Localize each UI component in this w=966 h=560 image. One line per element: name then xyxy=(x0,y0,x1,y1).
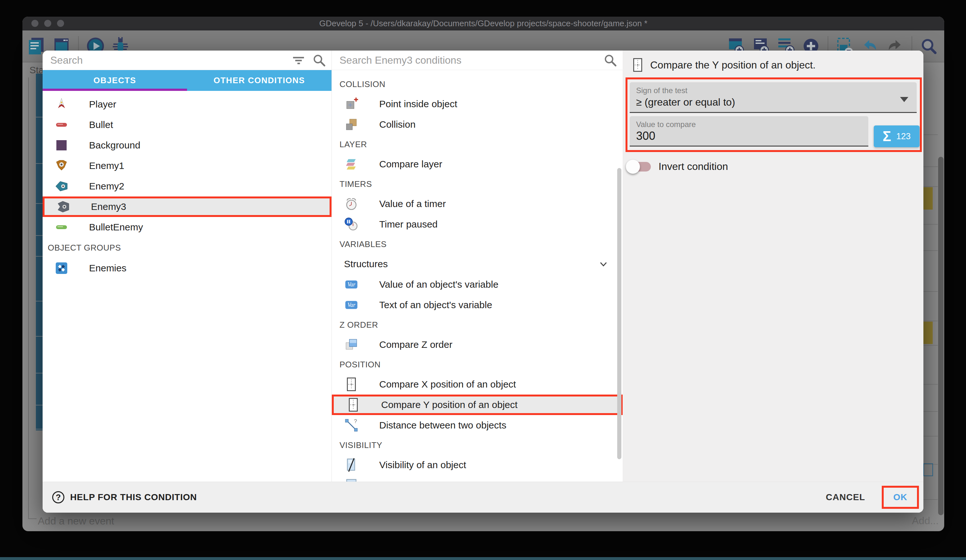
events-conditions-column xyxy=(36,74,43,431)
objects-search-row xyxy=(43,51,332,70)
accordion-label: Structures xyxy=(344,259,388,269)
invert-condition-label: Invert condition xyxy=(659,159,728,174)
condition-section-header: VARIABLES xyxy=(332,234,623,254)
conditions-search-input[interactable] xyxy=(332,51,602,70)
object-label: Enemy2 xyxy=(89,181,124,192)
dialog-footer: ? HELP FOR THIS CONDITION CANCEL OK xyxy=(43,481,923,513)
event-row-divider xyxy=(923,499,938,500)
invert-condition-toggle[interactable] xyxy=(630,162,651,172)
collision-icon xyxy=(344,117,359,132)
condition-item-point-inside-object[interactable]: Point inside object xyxy=(332,94,623,114)
object-row-bullet[interactable]: Bullet xyxy=(43,115,332,135)
condition-item-value-of-a-timer[interactable]: Value of a timer xyxy=(332,193,623,214)
condition-item-compare-z-order[interactable]: Compare Z order xyxy=(332,334,623,355)
enemy2-ship-icon xyxy=(54,179,69,193)
condition-item-clipped[interactable] xyxy=(332,475,623,481)
events-tree-line-foot xyxy=(28,518,36,519)
object-row-enemy1[interactable]: Enemy1 xyxy=(43,156,332,176)
object-row-player[interactable]: Player xyxy=(43,94,332,115)
condition-item-timer-paused[interactable]: Timer paused xyxy=(332,214,623,234)
timer-paused-icon xyxy=(344,217,359,232)
enemy3-ship-icon xyxy=(56,200,71,214)
tutorial-highlight-ok: OK xyxy=(882,486,919,509)
objects-panel: OBJECTS OTHER CONDITIONS PlayerBulletBac… xyxy=(43,51,332,481)
bullet-green-icon xyxy=(54,220,69,234)
event-row-divider xyxy=(36,301,43,301)
events-tree-line xyxy=(28,77,29,519)
object-group-icon xyxy=(54,261,69,275)
object-row-background[interactable]: Background xyxy=(43,135,332,156)
condition-item-value-of-an-object-s-variable[interactable]: VarValue of an object's variable xyxy=(332,274,623,295)
sigma-icon: Σ xyxy=(883,129,891,143)
sign-of-test-select[interactable]: Sign of the test ≥ (greater or equal to) xyxy=(630,82,917,113)
condition-label: Compare layer xyxy=(379,159,442,170)
expression-button-label: 123 xyxy=(896,131,910,141)
condition-label: Value of an object's variable xyxy=(379,279,498,290)
condition-label: Timer paused xyxy=(379,219,437,230)
object-label: BulletEnemy xyxy=(89,222,143,233)
event-row-divider xyxy=(923,291,938,292)
object-label: Player xyxy=(89,99,116,110)
condition-item-compare-layer[interactable]: Compare layer xyxy=(332,154,623,174)
svg-text:Var: Var xyxy=(348,302,355,308)
help-button[interactable]: ? HELP FOR THIS CONDITION xyxy=(52,491,197,503)
condition-item-collision[interactable]: Collision xyxy=(332,114,623,135)
group-row-enemies[interactable]: Enemies xyxy=(43,258,332,278)
expression-editor-button[interactable]: Σ 123 xyxy=(874,125,920,147)
tab-objects[interactable]: OBJECTS xyxy=(43,70,187,91)
layers-icon xyxy=(344,157,359,172)
event-row-divider xyxy=(36,117,43,118)
events-scrollbar[interactable] xyxy=(938,157,944,515)
condition-section-header: COLLISION xyxy=(332,75,623,94)
player-ship-icon xyxy=(54,97,69,111)
desktop-bottom-strip xyxy=(0,557,966,560)
filter-icon[interactable] xyxy=(291,52,307,68)
tab-other-conditions[interactable]: OTHER CONDITIONS xyxy=(187,70,332,91)
invert-condition-row: Invert condition xyxy=(623,159,923,174)
object-row-enemy2[interactable]: Enemy2 xyxy=(43,176,332,196)
tabs: OBJECTS OTHER CONDITIONS xyxy=(43,70,332,91)
condition-label: Text of an object's variable xyxy=(379,300,492,310)
value-to-compare-field[interactable]: Value to compare 300 xyxy=(630,116,868,147)
event-row-divider xyxy=(923,436,938,437)
point-inside-icon xyxy=(344,97,359,111)
titlebar: GDevelop 5 - /Users/dkarakay/Documents/G… xyxy=(22,16,944,30)
conditions-scrollbar[interactable] xyxy=(617,168,621,459)
bullet-red-icon xyxy=(54,118,69,132)
help-icon: ? xyxy=(52,491,64,503)
cancel-button[interactable]: CANCEL xyxy=(826,492,865,503)
condition-label: Compare Z order xyxy=(379,339,452,350)
object-row-bulletenemy[interactable]: BulletEnemy xyxy=(43,217,332,237)
condition-item-distance-between-two-objects[interactable]: ?Distance between two objects xyxy=(332,415,623,436)
event-row-divider xyxy=(923,345,938,345)
value-to-compare-value: 300 xyxy=(636,129,656,143)
desktop: GDevelop 5 - /Users/dkarakay/Documents/G… xyxy=(0,0,966,560)
event-row-divider xyxy=(923,186,938,187)
condition-section-header: Z ORDER xyxy=(332,315,623,334)
condition-label: Value of a timer xyxy=(379,198,446,209)
condition-label: Distance between two objects xyxy=(379,420,506,431)
object-groups-header: OBJECT GROUPS xyxy=(43,237,332,258)
search-icon[interactable] xyxy=(602,52,618,68)
condition-label: Compare X position of an object xyxy=(379,379,516,390)
condition-item-compare-x-position-of-an-object[interactable]: Compare X position of an object xyxy=(332,374,623,395)
event-row-divider xyxy=(923,134,938,135)
add-event-label: Add a new event xyxy=(38,515,114,527)
search-icon[interactable] xyxy=(311,52,327,68)
condition-label: Visibility of an object xyxy=(379,460,466,470)
object-row-enemy3[interactable]: Enemy3 xyxy=(43,196,332,217)
ok-button[interactable]: OK xyxy=(893,492,907,503)
condition-editor-dialog: OBJECTS OTHER CONDITIONS PlayerBulletBac… xyxy=(43,51,923,513)
condition-item-text-of-an-object-s-variable[interactable]: VarText of an object's variable xyxy=(332,295,623,315)
object-label: Background xyxy=(89,140,140,151)
window-title: GDevelop 5 - /Users/dkarakay/Documents/G… xyxy=(22,18,944,28)
condition-item-compare-y-position-of-an-object[interactable]: Compare Y position of an object xyxy=(332,395,623,415)
selected-event-cell xyxy=(923,463,933,476)
condition-title: Compare the Y position of an object. xyxy=(650,59,815,71)
event-row-divider xyxy=(36,429,43,429)
event-row-divider xyxy=(923,321,938,321)
objects-search-input[interactable] xyxy=(43,51,291,70)
event-row-divider xyxy=(36,336,43,337)
structures-accordion[interactable]: Structures xyxy=(332,254,623,274)
condition-item-visibility-of-an-object[interactable]: Visibility of an object xyxy=(332,455,623,475)
